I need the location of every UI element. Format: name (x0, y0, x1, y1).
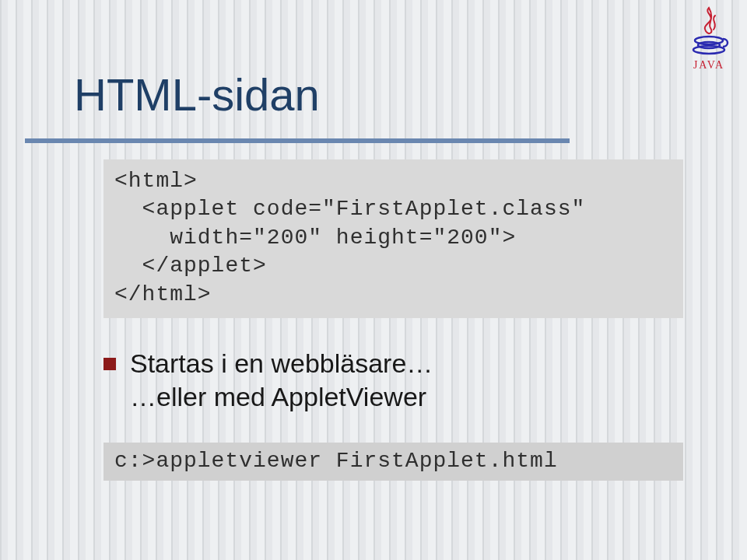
bullet-line-2: …eller med AppletViewer (130, 382, 426, 411)
svg-point-2 (693, 46, 724, 54)
bullet-text: Startas i en webbläsare… …eller med Appl… (130, 347, 433, 413)
slide: JAVA HTML-sidan <html> <applet code="Fir… (0, 0, 747, 560)
slide-title: HTML-sidan (74, 68, 320, 121)
bullet-square-icon (103, 358, 116, 370)
java-logo-text: JAVA (682, 59, 736, 72)
java-logo: JAVA (682, 6, 736, 72)
bullet-item: Startas i en webbläsare… …eller med Appl… (103, 347, 433, 413)
bullet-line-1: Startas i en webbläsare… (130, 348, 433, 378)
command-block: c:>appletviewer FirstApplet.html (103, 443, 683, 481)
title-underline (25, 138, 570, 143)
java-logo-icon (687, 6, 731, 61)
html-code-block: <html> <applet code="FirstApplet.class" … (103, 159, 683, 318)
